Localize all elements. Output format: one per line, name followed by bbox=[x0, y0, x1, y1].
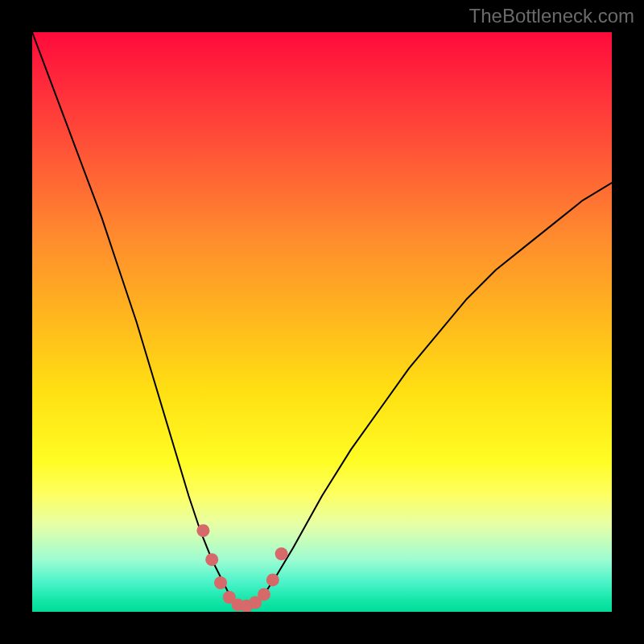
chart-svg bbox=[32, 32, 612, 612]
highlight-marker bbox=[196, 524, 209, 537]
highlight-marker bbox=[258, 588, 270, 601]
bottleneck-curve-line bbox=[32, 32, 612, 606]
highlight-marker bbox=[205, 553, 218, 566]
chart-plot-area bbox=[32, 32, 612, 612]
highlight-markers bbox=[196, 524, 287, 612]
highlight-marker bbox=[214, 576, 227, 589]
watermark-text: TheBottleneck.com bbox=[469, 5, 634, 27]
highlight-marker bbox=[275, 547, 288, 560]
highlight-marker bbox=[266, 573, 279, 586]
